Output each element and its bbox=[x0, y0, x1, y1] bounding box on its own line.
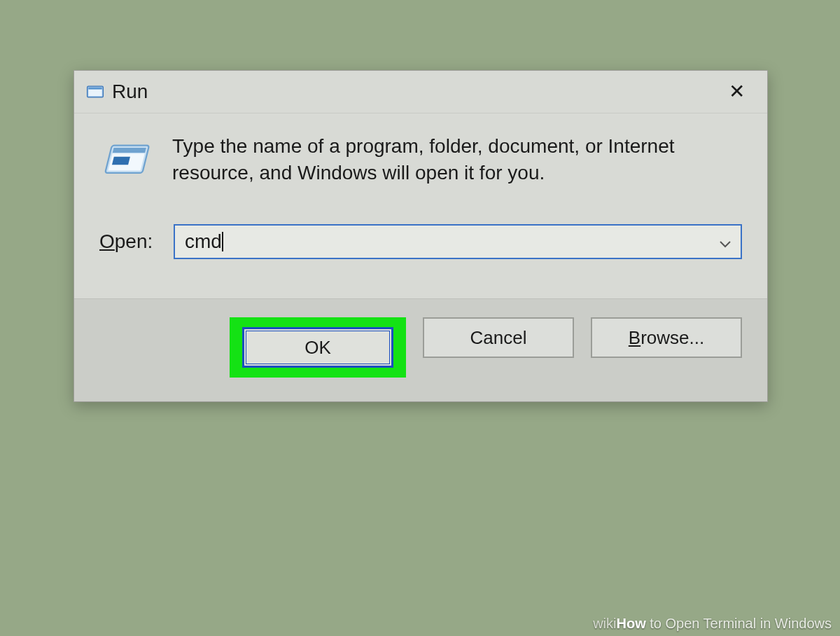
dialog-title: Run bbox=[112, 81, 720, 103]
svg-rect-2 bbox=[88, 88, 102, 90]
ok-highlight: OK bbox=[230, 317, 406, 378]
open-row: Open: cmd bbox=[99, 224, 742, 259]
description-row: Type the name of a program, folder, docu… bbox=[99, 133, 742, 189]
run-dialog: Run ✕ Type the name of a program, folder… bbox=[74, 70, 768, 402]
svg-rect-1 bbox=[88, 90, 102, 97]
run-title-icon bbox=[85, 82, 105, 102]
open-combobox[interactable]: cmd bbox=[174, 224, 742, 259]
svg-rect-5 bbox=[113, 148, 146, 153]
run-large-icon bbox=[99, 137, 151, 189]
browse-button[interactable]: Browse... bbox=[591, 317, 742, 358]
cancel-button[interactable]: Cancel bbox=[423, 317, 574, 358]
open-input-value: cmd bbox=[185, 230, 222, 253]
ok-button[interactable]: OK bbox=[242, 327, 393, 368]
watermark-wiki: wiki bbox=[593, 616, 616, 631]
dialog-body: Type the name of a program, folder, docu… bbox=[74, 113, 767, 298]
text-cursor bbox=[222, 232, 223, 251]
titlebar: Run ✕ bbox=[74, 71, 767, 113]
watermark: wikiHow to Open Terminal in Windows bbox=[593, 616, 832, 632]
svg-rect-6 bbox=[112, 157, 130, 165]
close-icon[interactable]: ✕ bbox=[720, 82, 753, 102]
chevron-down-icon[interactable] bbox=[720, 238, 731, 245]
cancel-button-label: Cancel bbox=[470, 327, 527, 349]
dialog-description: Type the name of a program, folder, docu… bbox=[172, 133, 742, 186]
ok-button-label: OK bbox=[304, 337, 331, 359]
watermark-how: How bbox=[616, 616, 645, 631]
button-bar: OK Cancel Browse... bbox=[74, 298, 767, 401]
open-label: Open: bbox=[99, 230, 174, 253]
watermark-caption: to Open Terminal in Windows bbox=[646, 616, 832, 631]
browse-button-label: Browse... bbox=[629, 327, 704, 349]
